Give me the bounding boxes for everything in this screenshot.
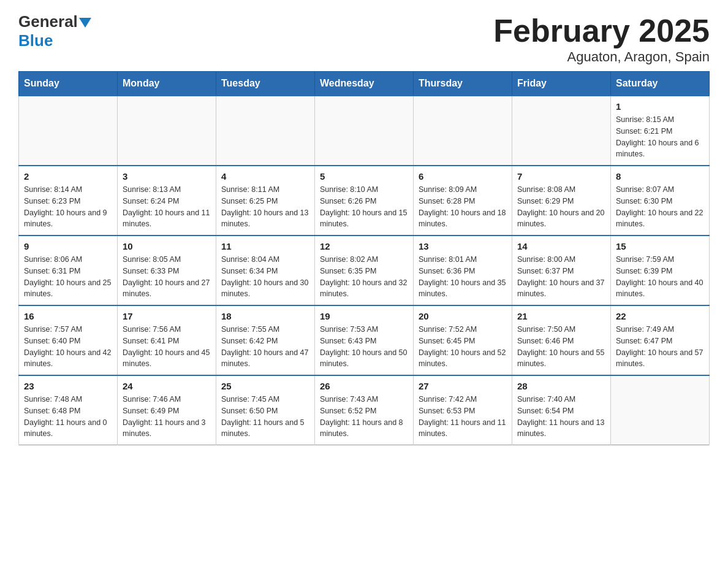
calendar-week-row: 2Sunrise: 8:14 AMSunset: 6:23 PMDaylight… [19, 166, 710, 236]
calendar-header-row: SundayMondayTuesdayWednesdayThursdayFrid… [19, 72, 710, 96]
calendar-cell: 20Sunrise: 7:52 AMSunset: 6:45 PMDayligh… [414, 305, 512, 375]
calendar-cell [118, 96, 216, 166]
logo: General Blue [18, 12, 91, 50]
page-header: General Blue February 2025 Aguaton, Arag… [18, 12, 710, 65]
calendar-cell: 3Sunrise: 8:13 AMSunset: 6:24 PMDaylight… [118, 166, 216, 236]
day-info: Sunrise: 8:02 AMSunset: 6:35 PMDaylight:… [320, 254, 408, 300]
calendar-cell: 9Sunrise: 8:06 AMSunset: 6:31 PMDaylight… [19, 236, 118, 305]
day-info: Sunrise: 8:08 AMSunset: 6:29 PMDaylight:… [517, 184, 605, 230]
day-info: Sunrise: 7:53 AMSunset: 6:43 PMDaylight:… [320, 324, 408, 370]
day-info: Sunrise: 8:13 AMSunset: 6:24 PMDaylight:… [123, 184, 211, 230]
calendar-cell: 10Sunrise: 8:05 AMSunset: 6:33 PMDayligh… [118, 236, 216, 305]
weekday-header-thursday: Thursday [414, 72, 512, 96]
day-info: Sunrise: 7:43 AMSunset: 6:52 PMDaylight:… [320, 394, 408, 440]
title-block: February 2025 Aguaton, Aragon, Spain [493, 12, 710, 65]
day-info: Sunrise: 7:57 AMSunset: 6:40 PMDaylight:… [24, 324, 112, 370]
day-info: Sunrise: 7:55 AMSunset: 6:42 PMDaylight:… [221, 324, 309, 370]
day-number: 15 [616, 241, 704, 251]
calendar-cell: 6Sunrise: 8:09 AMSunset: 6:28 PMDaylight… [414, 166, 512, 236]
day-info: Sunrise: 8:01 AMSunset: 6:36 PMDaylight:… [419, 254, 507, 300]
weekday-header-saturday: Saturday [611, 72, 710, 96]
day-number: 13 [419, 241, 507, 251]
day-number: 6 [419, 171, 507, 182]
day-number: 22 [616, 311, 704, 321]
logo-general-text: General [18, 12, 78, 31]
logo-blue-text: Blue [18, 31, 53, 50]
day-info: Sunrise: 7:56 AMSunset: 6:41 PMDaylight:… [123, 324, 211, 370]
calendar-cell: 5Sunrise: 8:10 AMSunset: 6:26 PMDaylight… [315, 166, 414, 236]
weekday-header-monday: Monday [118, 72, 216, 96]
day-number: 16 [24, 311, 112, 321]
calendar-cell [512, 96, 611, 166]
calendar-cell: 14Sunrise: 8:00 AMSunset: 6:37 PMDayligh… [512, 236, 611, 305]
calendar-cell [216, 96, 315, 166]
day-number: 5 [320, 171, 408, 182]
calendar-cell [19, 96, 118, 166]
calendar-cell: 8Sunrise: 8:07 AMSunset: 6:30 PMDaylight… [611, 166, 710, 236]
day-number: 4 [221, 171, 309, 182]
day-info: Sunrise: 8:15 AMSunset: 6:21 PMDaylight:… [616, 114, 704, 160]
logo-arrow-icon [79, 17, 91, 29]
day-number: 14 [517, 241, 605, 251]
day-info: Sunrise: 7:46 AMSunset: 6:49 PMDaylight:… [123, 394, 211, 440]
day-info: Sunrise: 7:42 AMSunset: 6:53 PMDaylight:… [419, 394, 507, 440]
day-number: 28 [517, 381, 605, 391]
calendar-cell: 17Sunrise: 7:56 AMSunset: 6:41 PMDayligh… [118, 305, 216, 375]
calendar-cell: 15Sunrise: 7:59 AMSunset: 6:39 PMDayligh… [611, 236, 710, 305]
calendar-cell: 19Sunrise: 7:53 AMSunset: 6:43 PMDayligh… [315, 305, 414, 375]
day-info: Sunrise: 7:52 AMSunset: 6:45 PMDaylight:… [419, 324, 507, 370]
day-info: Sunrise: 8:04 AMSunset: 6:34 PMDaylight:… [221, 254, 309, 300]
weekday-header-sunday: Sunday [19, 72, 118, 96]
day-number: 7 [517, 171, 605, 182]
day-number: 9 [24, 241, 112, 251]
day-info: Sunrise: 8:06 AMSunset: 6:31 PMDaylight:… [24, 254, 112, 300]
day-number: 23 [24, 381, 112, 391]
day-number: 3 [123, 171, 211, 182]
calendar-cell: 26Sunrise: 7:43 AMSunset: 6:52 PMDayligh… [315, 375, 414, 445]
day-info: Sunrise: 8:00 AMSunset: 6:37 PMDaylight:… [517, 254, 605, 300]
calendar-cell: 2Sunrise: 8:14 AMSunset: 6:23 PMDaylight… [19, 166, 118, 236]
calendar-cell [414, 96, 512, 166]
day-info: Sunrise: 7:50 AMSunset: 6:46 PMDaylight:… [517, 324, 605, 370]
day-info: Sunrise: 8:11 AMSunset: 6:25 PMDaylight:… [221, 184, 309, 230]
calendar-week-row: 16Sunrise: 7:57 AMSunset: 6:40 PMDayligh… [19, 305, 710, 375]
day-info: Sunrise: 8:05 AMSunset: 6:33 PMDaylight:… [123, 254, 211, 300]
day-number: 25 [221, 381, 309, 391]
day-number: 1 [616, 101, 704, 112]
day-number: 2 [24, 171, 112, 182]
day-info: Sunrise: 8:07 AMSunset: 6:30 PMDaylight:… [616, 184, 704, 230]
calendar-cell: 7Sunrise: 8:08 AMSunset: 6:29 PMDaylight… [512, 166, 611, 236]
day-number: 21 [517, 311, 605, 321]
calendar-cell: 13Sunrise: 8:01 AMSunset: 6:36 PMDayligh… [414, 236, 512, 305]
calendar-cell: 23Sunrise: 7:48 AMSunset: 6:48 PMDayligh… [19, 375, 118, 445]
weekday-header-tuesday: Tuesday [216, 72, 315, 96]
calendar-cell: 16Sunrise: 7:57 AMSunset: 6:40 PMDayligh… [19, 305, 118, 375]
page-title: February 2025 [493, 12, 710, 49]
calendar-week-row: 9Sunrise: 8:06 AMSunset: 6:31 PMDaylight… [19, 236, 710, 305]
page-subtitle: Aguaton, Aragon, Spain [493, 49, 710, 65]
day-number: 8 [616, 171, 704, 182]
day-info: Sunrise: 8:14 AMSunset: 6:23 PMDaylight:… [24, 184, 112, 230]
weekday-header-wednesday: Wednesday [315, 72, 414, 96]
day-info: Sunrise: 7:45 AMSunset: 6:50 PMDaylight:… [221, 394, 309, 440]
calendar-cell [315, 96, 414, 166]
calendar-cell: 22Sunrise: 7:49 AMSunset: 6:47 PMDayligh… [611, 305, 710, 375]
calendar-cell: 28Sunrise: 7:40 AMSunset: 6:54 PMDayligh… [512, 375, 611, 445]
calendar-cell: 27Sunrise: 7:42 AMSunset: 6:53 PMDayligh… [414, 375, 512, 445]
calendar-week-row: 23Sunrise: 7:48 AMSunset: 6:48 PMDayligh… [19, 375, 710, 445]
weekday-header-friday: Friday [512, 72, 611, 96]
day-number: 18 [221, 311, 309, 321]
calendar-cell: 18Sunrise: 7:55 AMSunset: 6:42 PMDayligh… [216, 305, 315, 375]
day-info: Sunrise: 7:40 AMSunset: 6:54 PMDaylight:… [517, 394, 605, 440]
calendar-cell: 12Sunrise: 8:02 AMSunset: 6:35 PMDayligh… [315, 236, 414, 305]
day-info: Sunrise: 7:49 AMSunset: 6:47 PMDaylight:… [616, 324, 704, 370]
calendar-cell: 25Sunrise: 7:45 AMSunset: 6:50 PMDayligh… [216, 375, 315, 445]
day-info: Sunrise: 7:48 AMSunset: 6:48 PMDaylight:… [24, 394, 112, 440]
day-info: Sunrise: 8:09 AMSunset: 6:28 PMDaylight:… [419, 184, 507, 230]
day-number: 11 [221, 241, 309, 251]
calendar-cell [611, 375, 710, 445]
calendar-table: SundayMondayTuesdayWednesdayThursdayFrid… [18, 71, 710, 445]
day-info: Sunrise: 8:10 AMSunset: 6:26 PMDaylight:… [320, 184, 408, 230]
calendar-cell: 4Sunrise: 8:11 AMSunset: 6:25 PMDaylight… [216, 166, 315, 236]
svg-marker-0 [79, 18, 91, 28]
